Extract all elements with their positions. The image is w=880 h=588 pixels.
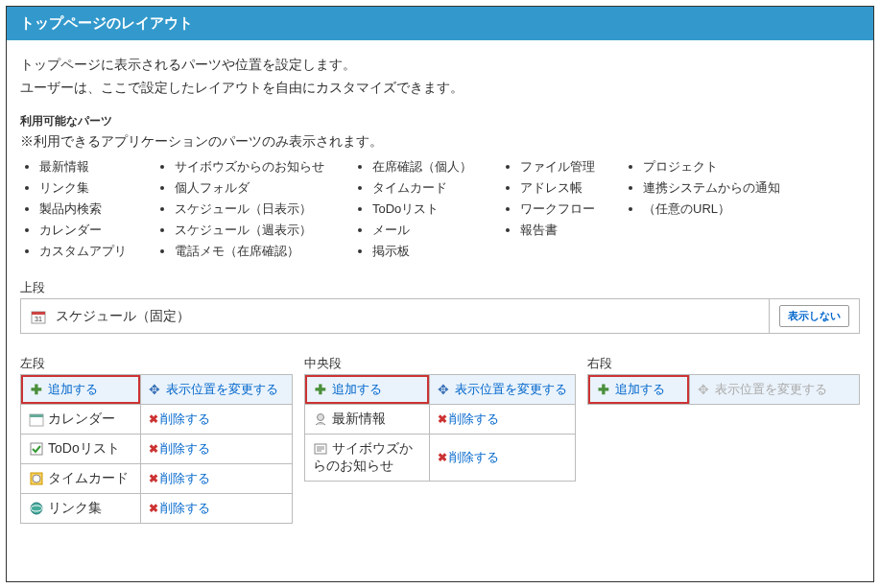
- x-icon: ✖: [438, 451, 447, 464]
- add-button[interactable]: ✚追加する: [21, 375, 140, 404]
- add-cell: ✚追加する: [21, 375, 141, 405]
- delete-cell[interactable]: ✖削除する: [141, 464, 292, 494]
- change-pos-label: 表示位置を変更する: [455, 381, 567, 398]
- parts-list-item: スケジュール（週表示）: [175, 220, 324, 241]
- change-pos-cell: ✥表示位置を変更する: [690, 375, 860, 405]
- item-cell: タイムカード: [21, 464, 141, 494]
- upper-table: 31 スケジュール（固定） 表示しない: [20, 298, 860, 334]
- item-label: ToDoリスト: [48, 440, 120, 456]
- news-icon: [313, 441, 328, 457]
- arrows-icon: ✥: [698, 383, 711, 396]
- parts-list-item: 製品内検索: [39, 199, 127, 220]
- page-title-bar: トップページのレイアウト: [7, 7, 873, 40]
- add-label: 追加する: [332, 381, 382, 398]
- three-columns: 左段 ✚追加する✥表示位置を変更するカレンダー✖削除するToDoリスト✖削除する…: [20, 355, 860, 524]
- calendar-icon: [29, 412, 44, 427]
- change-pos-cell[interactable]: ✥表示位置を変更する: [430, 375, 576, 405]
- item-label: 最新情報: [332, 411, 386, 426]
- parts-list-item: 在席確認（個人）: [372, 156, 472, 177]
- x-icon: ✖: [149, 412, 158, 426]
- parts-list-item: スケジュール（日表示）: [175, 199, 324, 220]
- item-label: カレンダー: [48, 411, 115, 426]
- link-icon: [29, 501, 44, 516]
- page-frame: トップページのレイアウト トップページに表示されるパーツや位置を設定します。 ユ…: [6, 6, 874, 582]
- delete-cell[interactable]: ✖削除する: [430, 435, 576, 482]
- delete-label: 削除する: [449, 449, 499, 466]
- center-table: ✚追加する✥表示位置を変更する最新情報✖削除するサイボウズからのお知らせ✖削除す…: [304, 374, 577, 482]
- item-cell: リンク集: [21, 494, 141, 524]
- svg-point-7: [33, 475, 40, 482]
- arrows-icon: ✥: [438, 383, 451, 396]
- left-column: 左段 ✚追加する✥表示位置を変更するカレンダー✖削除するToDoリスト✖削除する…: [20, 355, 293, 524]
- plus-icon: ✚: [31, 383, 44, 396]
- parts-list-item: メール: [372, 220, 472, 241]
- delete-cell[interactable]: ✖削除する: [141, 494, 292, 524]
- right-column: 右段 ✚追加する✥表示位置を変更する: [587, 355, 860, 524]
- parts-list-item: カレンダー: [39, 220, 127, 241]
- parts-list-item: アドレス帳: [520, 177, 595, 199]
- page-title: トップページのレイアウト: [20, 14, 193, 31]
- upper-item-cell: 31 スケジュール（固定）: [21, 299, 770, 333]
- add-button[interactable]: ✚追加する: [305, 375, 430, 404]
- svg-text:31: 31: [35, 316, 42, 322]
- timecard-icon: [29, 471, 44, 486]
- delete-cell[interactable]: ✖削除する: [141, 435, 292, 464]
- change-pos-label: 表示位置を変更する: [166, 381, 278, 398]
- parts-list: 在席確認（個人）タイムカードToDoリストメール掲示板: [353, 156, 472, 262]
- delete-label: 削除する: [160, 411, 210, 428]
- item-cell: サイボウズからのお知らせ: [304, 435, 430, 482]
- parts-list-item: （任意のURL）: [643, 199, 780, 220]
- svg-rect-1: [32, 312, 45, 315]
- x-icon: ✖: [149, 502, 158, 515]
- parts-list-item: カスタムアプリ: [39, 241, 127, 262]
- parts-list-item: 個人フォルダ: [175, 177, 324, 199]
- parts-list-item: リンク集: [39, 177, 127, 199]
- right-table: ✚追加する✥表示位置を変更する: [587, 374, 860, 405]
- center-column: 中央段 ✚追加する✥表示位置を変更する最新情報✖削除するサイボウズからのお知らせ…: [304, 355, 577, 524]
- parts-columns: 最新情報リンク集製品内検索カレンダーカスタムアプリサイボウズからのお知らせ個人フ…: [20, 156, 860, 262]
- add-label: 追加する: [48, 381, 98, 398]
- desc-line1: トップページに表示されるパーツや位置を設定します。: [20, 54, 860, 77]
- item-cell: 最新情報: [304, 405, 430, 435]
- delete-cell[interactable]: ✖削除する: [141, 405, 292, 435]
- delete-label: 削除する: [160, 500, 210, 517]
- add-cell: ✚追加する: [588, 375, 690, 405]
- svg-rect-4: [30, 414, 43, 417]
- arrows-icon: ✥: [149, 383, 162, 396]
- parts-list-item: タイムカード: [372, 177, 472, 199]
- description: トップページに表示されるパーツや位置を設定します。 ユーザーは、ここで設定したレ…: [20, 54, 860, 100]
- delete-cell[interactable]: ✖削除する: [430, 405, 576, 435]
- add-button[interactable]: ✚追加する: [588, 375, 689, 404]
- parts-list-item: サイボウズからのお知らせ: [175, 156, 324, 177]
- svg-point-8: [31, 503, 42, 514]
- info-icon: [313, 412, 328, 427]
- item-label: リンク集: [48, 500, 102, 515]
- plus-icon: ✚: [598, 383, 611, 396]
- parts-list-item: ファイル管理: [520, 156, 595, 177]
- change-pos-cell[interactable]: ✥表示位置を変更する: [141, 375, 292, 405]
- add-label: 追加する: [615, 381, 665, 398]
- upper-item-label: スケジュール（固定）: [56, 308, 190, 325]
- parts-list-item: 連携システムからの通知: [643, 177, 780, 199]
- available-parts-section: 利用可能なパーツ ※利用できるアプリケーションのパーツのみ表示されます。 最新情…: [20, 113, 860, 262]
- x-icon: ✖: [149, 442, 158, 456]
- center-label: 中央段: [304, 355, 577, 372]
- content-area: トップページに表示されるパーツや位置を設定します。 ユーザーは、ここで設定したレ…: [7, 40, 873, 541]
- parts-list: ファイル管理アドレス帳ワークフロー報告書: [501, 156, 595, 262]
- plus-icon: ✚: [315, 383, 328, 396]
- parts-list-item: 最新情報: [39, 156, 127, 177]
- item-cell: ToDoリスト: [21, 435, 141, 464]
- item-cell: カレンダー: [21, 405, 141, 435]
- change-pos-label: 表示位置を変更する: [715, 381, 827, 398]
- parts-list-item: ToDoリスト: [372, 199, 472, 220]
- svg-rect-5: [31, 443, 42, 455]
- desc-line2: ユーザーは、ここで設定したレイアウトを自由にカスタマイズできます。: [20, 77, 860, 100]
- parts-heading: 利用可能なパーツ: [20, 113, 860, 129]
- parts-list-item: ワークフロー: [520, 199, 595, 220]
- parts-list-item: 掲示板: [372, 241, 472, 262]
- delete-label: 削除する: [160, 440, 210, 458]
- hide-button[interactable]: 表示しない: [779, 305, 849, 327]
- right-label: 右段: [587, 355, 860, 372]
- parts-list-item: 報告書: [520, 220, 595, 241]
- x-icon: ✖: [149, 472, 158, 485]
